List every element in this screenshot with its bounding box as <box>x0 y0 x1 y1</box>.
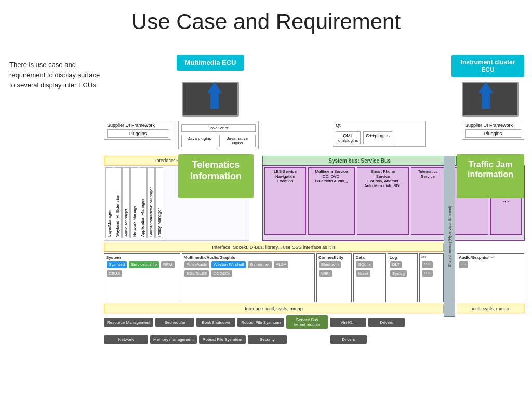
multimedia-audio-group: Multimedia/Audio/Graphis PulseAudio West… <box>182 253 315 302</box>
lower-subsystems: System Sysmted Servicebus lib RPM DBUS M… <box>104 253 444 302</box>
audio-dots-item: ···· <box>459 261 468 268</box>
log-group: Log DLT Syslog <box>388 253 418 302</box>
arrow-multimedia <box>207 82 222 109</box>
lbs-box: LBS ServiceNavigationLocation <box>264 167 306 235</box>
security-box: Security <box>248 335 287 344</box>
dbus-item: DBUS <box>107 270 122 277</box>
smartphone-box: Smart PhoneServiceCarPlay, AndroidAuto,M… <box>357 167 409 235</box>
service-bus-kernel-box: Service Buskernel module <box>286 315 328 329</box>
telematics-highlight-box: Telematics information <box>178 154 254 198</box>
multimedia-ecu-box: Multimedia ECU <box>177 55 244 71</box>
connectivity-group: Connectivity Bluetooth WIFI <box>316 253 352 302</box>
bluetooth-item: Bluetooth <box>319 261 341 268</box>
robust-fs-box1: Robust File Sysmtem <box>237 318 284 327</box>
qt-box: Qt QML qmlplugins C++plugins <box>332 121 426 147</box>
java-native-label: Java native lugins <box>219 135 256 147</box>
bottom-row-1: Resource Management Sechedular Boot/Shut… <box>104 315 524 329</box>
data-group: Data SQLite libeet <box>353 253 385 302</box>
egl-item: EGL/GLES <box>184 270 209 277</box>
page-title: Use Case and Requirement <box>0 0 532 38</box>
alsa-item: ALSA <box>274 261 288 268</box>
stars-item1: **** <box>422 261 432 268</box>
ioctl-interface-bar-left: Interface: ioctl, sysfs, mmap <box>104 304 444 313</box>
pulseaudio-item: PulseAudio <box>184 261 209 268</box>
system-bus-bar: System bus: Service Bus <box>262 156 457 165</box>
virt-io-box: Virt IO... <box>330 318 366 327</box>
libeet-item: libeet <box>356 270 370 277</box>
sysmted-item: Sysmted <box>107 261 127 268</box>
wayland-label: Wayland-IVI-Extension <box>114 167 122 238</box>
shared-memory-bar: Shared memory(Hypervisor, Ethernet) <box>444 156 455 317</box>
supplier-pluggins-right: Pluggins <box>465 129 521 138</box>
stars-group: *** **** **** <box>419 253 444 302</box>
audio-right-group: Audio/Graphis/····· ···· <box>457 253 524 302</box>
resource-mgmt-box: Resource Management <box>104 318 153 327</box>
network-manager-label: Network Manager <box>130 167 138 238</box>
js-framework-box: JavaScript Java plugins Java native lugi… <box>178 121 259 149</box>
traffic-highlight-box: Traffic Jam information <box>457 154 524 198</box>
wifi-item: WIFI <box>319 270 332 277</box>
instrument-ecu-box: Instrument cluster ECU <box>451 55 524 77</box>
multimedia-service-box: Multimeia ServiceCD, DVD,Bluetooth Audio… <box>308 167 355 235</box>
drivers-box1: Drivers <box>368 318 405 327</box>
robust-fs-box2: Robust File Sysmtem <box>199 335 246 344</box>
layer-manager-label: LayerManager <box>105 167 113 238</box>
sqlite-item: SQLite <box>356 261 373 268</box>
policy-manager-label: Policy Manager <box>155 167 163 238</box>
intro-text: There is use case and requirement to dis… <box>9 60 103 90</box>
dlt-item: DLT <box>390 261 402 268</box>
codecs-item: CODECs <box>211 270 232 277</box>
arrow-instrument <box>478 82 493 109</box>
startup-label: Startup/shutdown Manager <box>147 167 155 238</box>
diagram-container: Multimedia ECU Instrument cluster ECU Su… <box>101 55 527 394</box>
drivers-box2: Drivers <box>330 335 367 344</box>
boot-shutdown-box: Boot/Shutdown <box>196 318 235 327</box>
javascript-label: JavaScript <box>181 124 256 132</box>
cppplugins-label: C++plugins <box>363 131 392 144</box>
ioctl-interface-bar-right: ioctl, sysfs, mmap <box>457 304 524 313</box>
memory-mgmt-box: Memory management <box>150 335 197 344</box>
network-box: Network <box>104 335 148 344</box>
app-manager-label: Application Manager <box>139 167 147 238</box>
qml-label: QML qmlplugins <box>336 131 361 144</box>
telematics-service-box: TelematicsService <box>411 167 445 235</box>
supplier-framework-left: Supplier UI Framework Pluggins <box>104 121 171 140</box>
supplier-pluggins-left: Pluggins <box>107 129 168 138</box>
servicebus-item: Servicebus lib <box>129 261 159 268</box>
rpm-item: RPM <box>161 261 175 268</box>
stars-item2: **** <box>422 270 432 277</box>
bottom-row-2: Network Memory management Robust File Sy… <box>104 335 524 344</box>
syslog-item: Syslog <box>390 270 407 277</box>
system-group: System Sysmted Servicebus lib RPM DBUS <box>104 253 180 302</box>
weston-item: Weston IVI-shell <box>211 261 246 268</box>
dbus-interface-bar: Interface: Socekt, D-Bus, library,,, use… <box>104 243 444 252</box>
supplier-framework-right: Supplier UI Framework Pluggins <box>462 121 524 140</box>
scheduler-box: Sechedular <box>155 318 194 327</box>
audio-manager-label: Audio Manager <box>122 167 130 238</box>
gstreamer-item: Gstreamer <box>248 261 272 268</box>
java-plugins-label: Java plugins <box>181 135 218 147</box>
